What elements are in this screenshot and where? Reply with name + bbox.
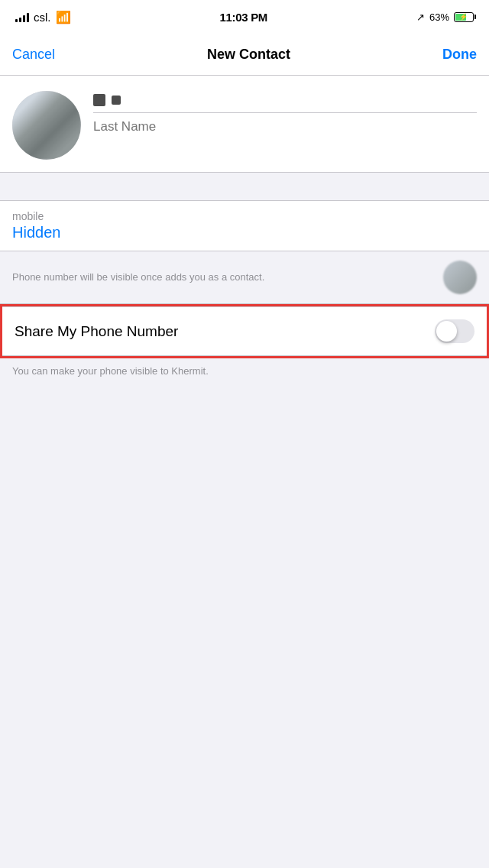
phone-value: Hidden (12, 224, 477, 241)
first-name-icon (93, 94, 105, 106)
avatar[interactable] (12, 91, 81, 160)
done-button[interactable]: Done (442, 47, 477, 63)
share-phone-label: Share My Phone Number (15, 323, 178, 340)
share-phone-section: Share My Phone Number (2, 306, 487, 356)
location-icon: ↗ (416, 11, 425, 23)
bottom-area (0, 390, 489, 620)
battery-percent: 63% (429, 11, 449, 23)
status-right: ↗ 63% ⚡ (416, 11, 474, 23)
signal-icon (15, 11, 29, 22)
first-name-row (93, 94, 477, 106)
first-name-icon2 (112, 96, 121, 105)
status-bar: csl. 📶 11:03 PM ↗ 63% ⚡ (0, 0, 489, 34)
contact-avatar-preview (443, 261, 477, 294)
share-section-highlight: Share My Phone Number (0, 304, 489, 358)
phone-section: mobile Hidden (0, 200, 489, 251)
info-text: Phone number will be visible once adds y… (12, 270, 361, 284)
last-name-input[interactable] (93, 119, 477, 134)
page-title: New Contact (207, 47, 290, 63)
share-footer: You can make your phone visible to Kherm… (0, 358, 489, 390)
status-left: csl. 📶 (15, 10, 71, 24)
phone-label: mobile (12, 210, 477, 222)
share-phone-toggle[interactable] (435, 319, 474, 343)
wifi-icon: 📶 (56, 10, 71, 24)
toggle-knob (436, 321, 457, 342)
carrier-label: csl. (34, 11, 51, 24)
status-time: 11:03 PM (219, 11, 267, 24)
battery-icon: ⚡ (454, 12, 474, 22)
name-fields (93, 91, 477, 134)
share-footer-text: You can make your phone visible to Kherm… (12, 364, 477, 378)
contact-header (0, 76, 489, 173)
nav-bar: Cancel New Contact Done (0, 34, 489, 76)
section-spacer-1 (0, 173, 489, 200)
info-banner: Phone number will be visible once adds y… (0, 251, 489, 304)
cancel-button[interactable]: Cancel (12, 47, 55, 63)
name-divider (93, 112, 477, 113)
